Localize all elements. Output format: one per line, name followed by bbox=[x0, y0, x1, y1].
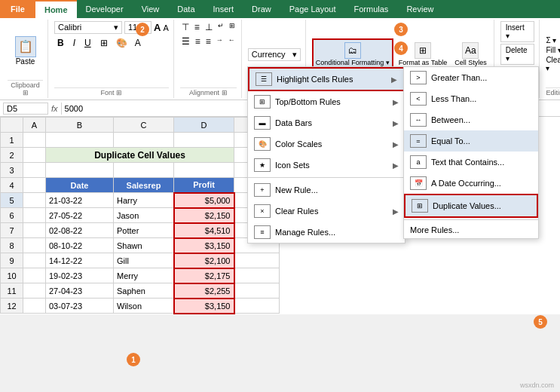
font-name-dropdown[interactable]: Calibri▾ bbox=[54, 21, 122, 34]
cell-c11[interactable]: Saphen bbox=[114, 283, 174, 299]
text-contains-item[interactable]: a Text that Contains... bbox=[404, 152, 538, 173]
cell-c1[interactable] bbox=[114, 133, 174, 148]
cell-b11[interactable]: 27-04-23 bbox=[46, 283, 114, 299]
delete-button[interactable]: Delete ▾ bbox=[500, 44, 535, 65]
col-header-a[interactable]: A bbox=[23, 118, 46, 133]
cell-a6[interactable] bbox=[23, 208, 46, 223]
file-tab[interactable]: File bbox=[0, 0, 35, 18]
cell-c3[interactable] bbox=[114, 163, 174, 178]
align-left-button[interactable]: ☰ bbox=[180, 35, 191, 47]
title-cell[interactable]: Duplicate Cell Values bbox=[46, 148, 234, 163]
cell-e9[interactable] bbox=[234, 253, 280, 268]
cell-a2[interactable] bbox=[23, 148, 46, 163]
color-scales-item[interactable]: 🎨 Color Scales ▶ bbox=[248, 133, 405, 155]
cell-a9[interactable] bbox=[23, 253, 46, 268]
cell-c9[interactable]: Gill bbox=[114, 253, 174, 268]
fill-button[interactable]: Fill ▾ bbox=[546, 46, 560, 54]
decrease-font-button[interactable]: A bbox=[163, 23, 168, 32]
col-header-b[interactable]: B bbox=[46, 118, 114, 133]
top-bottom-rules-item[interactable]: ⊞ Top/Bottom Rules ▶ bbox=[248, 91, 405, 112]
align-right-button[interactable]: ≡ bbox=[204, 35, 213, 47]
cell-a10[interactable] bbox=[23, 268, 46, 283]
cell-b1[interactable] bbox=[46, 133, 114, 148]
font-color-button[interactable]: A bbox=[133, 37, 143, 49]
autosum-button[interactable]: Σ ▾ bbox=[546, 36, 560, 44]
indent-button[interactable]: → bbox=[215, 35, 225, 47]
salesrep-header[interactable]: Salesrep bbox=[114, 178, 174, 193]
cell-d12[interactable]: $3,150 bbox=[174, 299, 234, 314]
insert-tab[interactable]: Insert bbox=[204, 0, 243, 18]
between-item[interactable]: ↔ Between... bbox=[404, 109, 538, 130]
cell-d11[interactable]: $2,255 bbox=[174, 283, 234, 299]
cell-d8[interactable]: $3,150 bbox=[174, 238, 234, 253]
cell-c8[interactable]: Shawn bbox=[114, 238, 174, 253]
cell-c5[interactable]: Harry bbox=[114, 193, 174, 208]
align-center-button[interactable]: ≡ bbox=[194, 35, 202, 47]
merge-button[interactable]: ⊞ bbox=[228, 21, 237, 33]
clear-button[interactable]: Clear ▾ bbox=[546, 56, 560, 72]
new-rule-item[interactable]: + New Rule... bbox=[248, 179, 405, 201]
view-tab[interactable]: View bbox=[133, 0, 169, 18]
cell-e11[interactable] bbox=[234, 283, 280, 299]
increase-font-button[interactable]: A bbox=[154, 22, 161, 33]
date-header[interactable]: Date bbox=[46, 178, 114, 193]
more-rules-item[interactable]: More Rules... bbox=[404, 222, 538, 238]
cell-reference-box[interactable]: D5 bbox=[3, 103, 48, 115]
clear-rules-item[interactable]: × Clear Rules ▶ bbox=[248, 201, 405, 222]
cell-d6[interactable]: $2,150 bbox=[174, 208, 234, 223]
underline-button[interactable]: U bbox=[81, 36, 94, 50]
cell-a7[interactable] bbox=[23, 223, 46, 238]
italic-button[interactable]: I bbox=[70, 36, 78, 50]
duplicate-values-item[interactable]: ⊞ Duplicate Values... bbox=[404, 194, 538, 218]
cell-b12[interactable]: 03-07-23 bbox=[46, 299, 114, 314]
formulas-tab[interactable]: Formulas bbox=[345, 0, 398, 18]
cell-e12[interactable] bbox=[234, 299, 280, 314]
cell-d7[interactable]: $4,510 bbox=[174, 223, 234, 238]
cell-a11[interactable] bbox=[23, 283, 46, 299]
cell-a8[interactable] bbox=[23, 238, 46, 253]
col-header-c[interactable]: C bbox=[114, 118, 174, 133]
data-bars-item[interactable]: ▬ Data Bars ▶ bbox=[248, 112, 405, 133]
equal-to-item[interactable]: = Equal To... bbox=[404, 130, 538, 152]
bold-button[interactable]: B bbox=[54, 36, 67, 50]
align-top-button[interactable]: ⊤ bbox=[180, 21, 191, 33]
icon-sets-item[interactable]: ★ Icon Sets ▶ bbox=[248, 155, 405, 176]
cell-b9[interactable]: 14-12-22 bbox=[46, 253, 114, 268]
cell-e10[interactable] bbox=[234, 268, 280, 283]
home-tab[interactable]: Home bbox=[35, 0, 77, 18]
cell-b8[interactable]: 08-10-22 bbox=[46, 238, 114, 253]
profit-header[interactable]: Profit bbox=[174, 178, 234, 193]
cell-d1[interactable] bbox=[174, 133, 234, 148]
wrap-text-button[interactable]: ↵ bbox=[216, 21, 225, 33]
function-button[interactable]: fx bbox=[51, 104, 58, 113]
manage-rules-item[interactable]: ≡ Manage Rules... bbox=[248, 222, 405, 243]
less-than-item[interactable]: < Less Than... bbox=[404, 88, 538, 109]
cell-d10[interactable]: $2,175 bbox=[174, 268, 234, 283]
review-tab[interactable]: Review bbox=[397, 0, 442, 18]
cell-c10[interactable]: Merry bbox=[114, 268, 174, 283]
developer-tab[interactable]: Developer bbox=[77, 0, 133, 18]
draw-tab[interactable]: Draw bbox=[243, 0, 280, 18]
fill-color-button[interactable]: 🎨 bbox=[114, 37, 130, 49]
number-format-dropdown[interactable]: Currency▾ bbox=[248, 48, 301, 61]
cell-styles-button[interactable]: Aa Cell Styles bbox=[452, 40, 489, 69]
cell-b5[interactable]: 21-03-22 bbox=[46, 193, 114, 208]
cell-b3[interactable] bbox=[46, 163, 114, 178]
cell-a4[interactable] bbox=[23, 178, 46, 193]
cell-c7[interactable]: Potter bbox=[114, 223, 174, 238]
outdent-button[interactable]: ← bbox=[227, 35, 237, 47]
cell-c12[interactable]: Wilson bbox=[114, 299, 174, 314]
greater-than-item[interactable]: > Greater Than... bbox=[404, 67, 538, 88]
data-tab[interactable]: Data bbox=[168, 0, 203, 18]
cell-d9[interactable]: $2,100 bbox=[174, 253, 234, 268]
col-header-d[interactable]: D bbox=[174, 118, 234, 133]
cell-d5[interactable]: $5,000 bbox=[174, 193, 234, 208]
align-middle-button[interactable]: ≡ bbox=[193, 21, 201, 33]
cell-a12[interactable] bbox=[23, 299, 46, 314]
cell-d3[interactable] bbox=[174, 163, 234, 178]
cell-c6[interactable]: Jason bbox=[114, 208, 174, 223]
align-bottom-button[interactable]: ⊥ bbox=[203, 21, 214, 33]
conditional-formatting-button[interactable]: 🗂 Conditional Formatting ▾ bbox=[312, 38, 393, 70]
insert-button[interactable]: Insert ▾ bbox=[500, 21, 535, 42]
border-button[interactable]: ⊞ bbox=[97, 36, 111, 50]
